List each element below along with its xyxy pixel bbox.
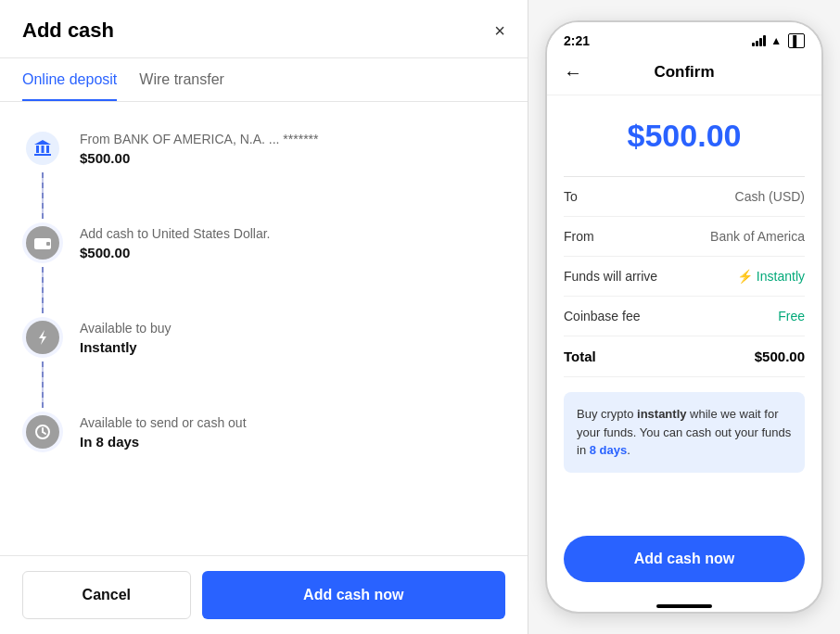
- to-value: Cash (USD): [735, 189, 805, 204]
- funds-arrive-label: Funds will arrive: [564, 269, 657, 284]
- phone-footer: Add cash now: [547, 525, 821, 597]
- confirm-amount: $500.00: [564, 118, 805, 154]
- confirm-row-to: To Cash (USD): [564, 177, 805, 217]
- info-bold-2: 8 days: [590, 443, 627, 457]
- phone-home-indicator: [547, 597, 821, 612]
- phone-frame: 2:21 ▲ ▌ ← Confirm $500.00 To: [545, 20, 823, 614]
- clock-icon: [22, 412, 63, 452]
- step-wallet: Add cash to United States Dollar. $500.0…: [22, 222, 505, 317]
- right-panel: 2:21 ▲ ▌ ← Confirm $500.00 To: [528, 0, 840, 634]
- step-wallet-value: $500.00: [80, 245, 270, 260]
- phone-header: ← Confirm: [547, 54, 821, 95]
- svg-rect-7: [46, 242, 50, 246]
- from-label: From: [564, 229, 594, 244]
- confirm-row-fee: Coinbase fee Free: [564, 297, 805, 336]
- step-bank-content: From BANK OF AMERICA, N.A. ... ******* $…: [80, 128, 319, 166]
- step-bolt-content: Available to buy Instantly: [80, 317, 172, 355]
- to-label: To: [564, 189, 578, 204]
- from-value: Bank of America: [710, 229, 805, 244]
- confirm-row-from: From Bank of America: [564, 217, 805, 257]
- info-text-3: .: [627, 443, 630, 457]
- phone-status-icons: ▲ ▌: [752, 33, 805, 48]
- cancel-button[interactable]: Cancel: [22, 571, 191, 619]
- confirm-rows: To Cash (USD) From Bank of America Funds…: [564, 176, 805, 377]
- confirm-row-total: Total $500.00: [564, 336, 805, 377]
- phone-confirm-title: Confirm: [654, 63, 714, 82]
- svg-rect-3: [46, 146, 49, 153]
- step-clock-content: Available to send or cash out In 8 days: [80, 412, 247, 450]
- home-bar: [656, 604, 712, 608]
- battery-icon: ▌: [788, 33, 805, 48]
- tab-online-deposit[interactable]: Online deposit: [22, 58, 117, 101]
- info-box: Buy crypto instantly while we wait for y…: [564, 392, 805, 473]
- bank-icon: [22, 128, 63, 169]
- step-bank-label: From BANK OF AMERICA, N.A. ... *******: [80, 132, 319, 146]
- wifi-icon: ▲: [770, 34, 782, 47]
- tabs-bar: Online deposit Wire transfer: [0, 58, 528, 102]
- fee-value: Free: [778, 309, 805, 323]
- phone-status-bar: 2:21 ▲ ▌: [547, 22, 821, 54]
- step-bank-value: $500.00: [80, 150, 319, 166]
- step-wallet-label: Add cash to United States Dollar.: [80, 226, 270, 241]
- wallet-icon: [22, 222, 63, 263]
- signal-bars-icon: [752, 35, 766, 46]
- step-bolt-value: Instantly: [80, 339, 172, 355]
- steps-container: From BANK OF AMERICA, N.A. ... ******* $…: [0, 102, 528, 555]
- bolt-icon: [22, 317, 63, 358]
- step-clock: Available to send or cash out In 8 days: [22, 412, 505, 479]
- phone-content: $500.00 To Cash (USD) From Bank of Ameri…: [547, 95, 821, 525]
- phone-time: 2:21: [564, 33, 590, 48]
- left-header: Add cash ×: [0, 0, 528, 58]
- step-clock-label: Available to send or cash out: [80, 415, 247, 430]
- step-wallet-icon-wrapper: [22, 222, 63, 317]
- step-connector-1: [42, 172, 44, 219]
- fee-label: Coinbase fee: [564, 309, 641, 323]
- step-bank: From BANK OF AMERICA, N.A. ... ******* $…: [22, 128, 505, 222]
- step-bolt-label: Available to buy: [80, 321, 172, 336]
- tab-wire-transfer[interactable]: Wire transfer: [139, 58, 224, 101]
- confirm-row-funds-arrive: Funds will arrive Instantly: [564, 257, 805, 297]
- svg-rect-1: [36, 146, 39, 153]
- phone-add-cash-button[interactable]: Add cash now: [564, 536, 805, 582]
- page-title: Add cash: [22, 19, 114, 43]
- total-value: $500.00: [755, 349, 805, 364]
- step-bolt-icon-wrapper: [22, 317, 63, 412]
- total-label: Total: [564, 349, 596, 364]
- back-icon[interactable]: ←: [564, 62, 582, 83]
- left-footer: Cancel Add cash now: [0, 555, 528, 634]
- info-bold-1: instantly: [637, 407, 686, 421]
- step-connector-2: [42, 267, 44, 313]
- close-icon[interactable]: ×: [494, 21, 505, 40]
- info-text-1: Buy crypto: [577, 407, 637, 421]
- step-connector-3: [42, 361, 44, 408]
- add-cash-button[interactable]: Add cash now: [202, 571, 505, 619]
- step-wallet-content: Add cash to United States Dollar. $500.0…: [80, 222, 270, 260]
- funds-arrive-value: Instantly: [737, 269, 805, 284]
- step-bank-icon-wrapper: [22, 128, 63, 222]
- step-clock-value: In 8 days: [80, 434, 247, 450]
- step-clock-icon-wrapper: [22, 412, 63, 452]
- svg-rect-4: [34, 154, 51, 156]
- left-panel: Add cash × Online deposit Wire transfer: [0, 0, 528, 634]
- step-bolt: Available to buy Instantly: [22, 317, 505, 412]
- svg-rect-2: [42, 146, 45, 153]
